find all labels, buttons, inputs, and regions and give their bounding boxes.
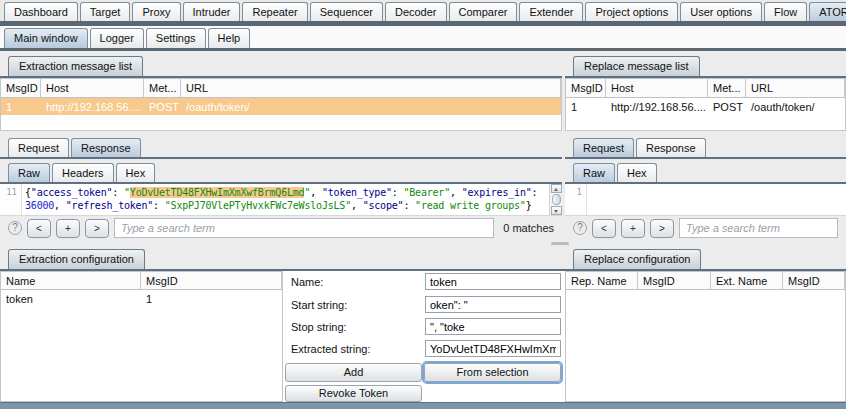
tab-flow[interactable]: Flow (764, 2, 807, 22)
stop-string-field[interactable] (425, 318, 561, 335)
scrollbar[interactable] (549, 184, 562, 215)
code-segment: "expires_in" (462, 187, 532, 198)
tab-dashboard[interactable]: Dashboard (4, 2, 78, 22)
tab-user-options[interactable]: User options (680, 2, 762, 22)
start-string-field[interactable] (425, 296, 561, 313)
right-viewer-underline (565, 157, 846, 159)
revoke-token-button[interactable]: Revoke Token (285, 385, 422, 402)
request-editor[interactable]: 1 (565, 184, 846, 216)
search-next-button[interactable]: > (85, 219, 109, 238)
table-row[interactable]: token1 (1, 290, 282, 306)
table-cell: http://192.168.56.... (41, 98, 144, 115)
search-add-button[interactable]: + (56, 219, 80, 238)
column-header[interactable]: MsgID (638, 272, 711, 289)
search-next-button[interactable]: > (650, 219, 674, 238)
code-segment: " (124, 187, 130, 198)
tab-replace-message-list[interactable]: Replace message list (573, 56, 700, 76)
tab-project-options[interactable]: Project options (585, 2, 678, 22)
column-header[interactable]: Ext. Name (711, 272, 783, 289)
tab-extraction-configuration[interactable]: Extraction configuration (8, 249, 145, 269)
column-header[interactable]: Host (41, 79, 144, 97)
column-header[interactable]: Met... (144, 79, 181, 97)
code-segment: "scope" (363, 200, 404, 211)
tab-ator-extender[interactable]: ATOR Extender (809, 2, 846, 22)
tab-settings[interactable]: Settings (146, 28, 206, 48)
tab-raw[interactable]: Raw (8, 163, 50, 183)
search-prev-button[interactable]: < (27, 219, 51, 238)
code-segment: , (54, 200, 66, 211)
tab-response[interactable]: Response (71, 138, 141, 158)
response-body[interactable]: {"access_token": "YoDvUetTD48FXHwImXmXwf… (22, 184, 549, 215)
tab-main-window[interactable]: Main window (4, 28, 88, 48)
main-tab-bar: DashboardTargetProxyIntruderRepeaterSequ… (0, 0, 846, 22)
name-field[interactable] (425, 273, 561, 290)
tab-headers[interactable]: Headers (52, 163, 114, 183)
table-row[interactable]: 1http://192.168.56....POST/oauth/token/ (566, 98, 845, 115)
column-header[interactable]: URL (181, 79, 561, 97)
sub-tab-divider (0, 48, 846, 51)
tab-extraction-message-list[interactable]: Extraction message list (8, 56, 143, 76)
search-add-button[interactable]: + (621, 219, 645, 238)
tab-raw[interactable]: Raw (573, 163, 615, 183)
tab-decoder[interactable]: Decoder (385, 2, 447, 22)
code-segment: : (153, 200, 165, 211)
tab-hex[interactable]: Hex (116, 163, 156, 183)
tab-repeater[interactable]: Repeater (242, 2, 307, 22)
table-header: MsgIDHostMet...URL (566, 79, 845, 98)
tab-response[interactable]: Response (636, 138, 706, 158)
tab-hex[interactable]: Hex (617, 163, 657, 183)
code-segment: : (392, 187, 404, 198)
from-selection-button[interactable]: From selection (424, 363, 561, 382)
right-viewer-tab-bar: RequestResponse (569, 137, 706, 158)
tab-sequencer[interactable]: Sequencer (310, 2, 383, 22)
table-row[interactable]: 1http://192.168.56....POST/oauth/token/ (1, 98, 561, 115)
column-header[interactable]: Met... (708, 79, 746, 97)
column-header[interactable]: MsgID (141, 272, 282, 289)
scrollbar-thumb[interactable] (552, 194, 561, 205)
tab-comparer[interactable]: Comparer (449, 2, 518, 22)
help-icon[interactable]: ? (573, 221, 587, 235)
column-header[interactable]: MsgID (1, 79, 41, 97)
code-segment: "SxpPJ70VlePTyHvxkFWc7eWsloJsLS" (165, 200, 351, 211)
column-header[interactable]: MsgID (783, 272, 845, 289)
match-count-label: 0 matches (499, 222, 554, 234)
search-prev-button[interactable]: < (592, 219, 616, 238)
scroll-down-icon[interactable] (551, 206, 562, 215)
tab-request[interactable]: Request (8, 138, 69, 158)
ator-extender-app: DashboardTargetProxyIntruderRepeaterSequ… (0, 0, 846, 409)
tab-replace-configuration[interactable]: Replace configuration (573, 249, 701, 269)
extracted-string-field[interactable] (425, 340, 561, 357)
left-viewer-tab-bar: RequestResponse (4, 137, 141, 158)
tab-logger[interactable]: Logger (90, 28, 144, 48)
column-header[interactable]: MsgID (566, 79, 606, 97)
request-body[interactable] (587, 184, 846, 215)
add-button[interactable]: Add (285, 363, 422, 382)
tab-target[interactable]: Target (80, 2, 131, 22)
search-input[interactable] (114, 218, 494, 238)
code-segment: 36000 (25, 200, 54, 211)
line-number-gutter: 1 (565, 184, 587, 215)
code-segment: "access_token" (31, 187, 113, 198)
code-segment: : (112, 187, 124, 198)
tab-proxy[interactable]: Proxy (132, 2, 180, 22)
table-cell: POST (144, 98, 181, 115)
start-string-label: Start string: (291, 299, 347, 311)
right-search-bar: ? < + > (565, 216, 846, 240)
column-header[interactable]: URL (746, 79, 845, 97)
window-bottom-edge (0, 402, 846, 409)
scroll-up-icon[interactable] (551, 184, 562, 193)
tab-extender[interactable]: Extender (519, 2, 583, 22)
response-editor[interactable]: 11 {"access_token": "YoDvUetTD48FXHwImXm… (0, 184, 562, 216)
code-segment: "token_type" (322, 187, 392, 198)
help-icon[interactable]: ? (8, 221, 22, 235)
table-cell: token (1, 290, 141, 306)
table-cell: http://192.168.56.... (606, 98, 708, 115)
tab-request[interactable]: Request (573, 138, 634, 158)
splitter-handle[interactable] (551, 242, 569, 245)
tab-intruder[interactable]: Intruder (183, 2, 241, 22)
column-header[interactable]: Rep. Name (566, 272, 638, 289)
search-input[interactable] (679, 218, 838, 238)
column-header[interactable]: Host (606, 79, 708, 97)
tab-help[interactable]: Help (208, 28, 251, 48)
column-header[interactable]: Name (1, 272, 141, 289)
